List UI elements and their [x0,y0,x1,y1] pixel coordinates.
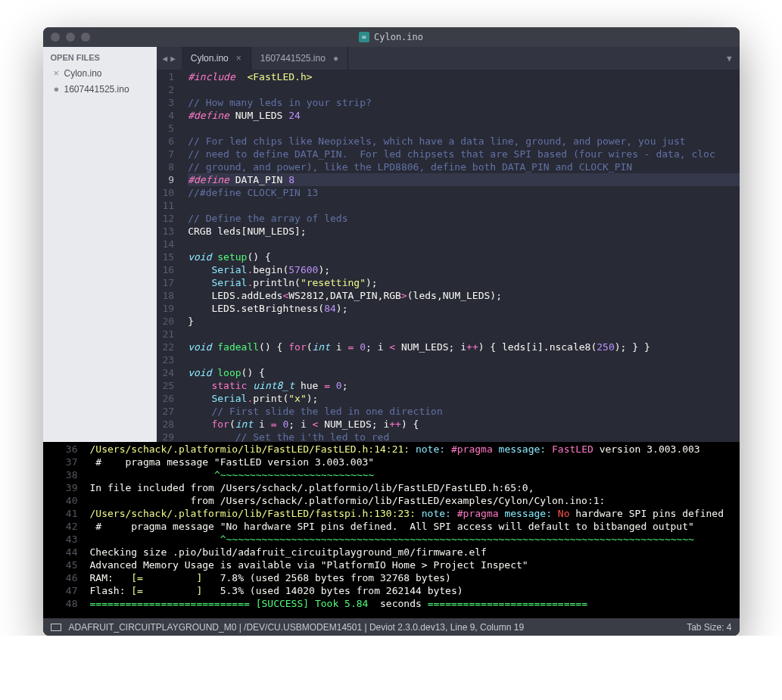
console-line-number: 43 [49,533,78,546]
code-line[interactable] [188,199,739,212]
code-line[interactable]: void fadeall() { for(int i = 0; i < NUM_… [188,341,739,353]
code-line[interactable] [188,238,739,250]
console-line: # pragma message "No hardware SPI pins d… [90,520,740,533]
code-line[interactable]: void loop() { [188,366,739,379]
console-line: /Users/schack/.platformio/lib/FastLED/Fa… [90,443,740,456]
console-line-number: 45 [49,558,78,571]
tab-dirty-icon[interactable]: ● [333,53,338,64]
code-line[interactable]: #define DATA_PIN 8 [188,173,739,186]
line-number: 12 [163,212,175,225]
code-line[interactable]: void setup() { [188,250,739,263]
code-line[interactable]: } [188,315,739,328]
line-number: 2 [163,83,175,96]
line-number: 10 [163,186,175,199]
console-line: =========================== [SUCCESS] To… [90,597,740,610]
console-line-number: 46 [49,571,78,584]
line-number: 5 [163,122,175,135]
console-line: RAM: [= ] 7.8% (used 2568 bytes from 327… [90,571,740,584]
panel-icon[interactable] [51,624,61,631]
sidebar-file[interactable]: ●1607441525.ino [43,81,157,97]
line-number: 14 [163,238,175,250]
code-line[interactable]: // ground, and power), like the LPD8806,… [188,160,739,173]
code-line[interactable]: Serial.begin(57600); [188,263,739,276]
nav-arrows: ◀ ▶ [157,47,182,70]
line-number: 8 [163,160,175,173]
console-line-number: 44 [49,546,78,558]
tab[interactable]: 1607441525.ino● [251,47,348,70]
code-line[interactable]: // need to define DATA_PIN. For led chip… [188,148,739,160]
dirty-dot-icon[interactable]: ● [54,83,61,95]
code-line[interactable]: // How many leds in your strip? [188,96,739,109]
sidebar-file[interactable]: ×Cylon.ino [43,65,157,81]
line-number: 19 [163,302,175,315]
code-line[interactable]: Serial.println("resetting"); [188,276,739,289]
line-number: 20 [163,315,175,328]
line-number: 28 [163,418,175,431]
nav-fwd-icon[interactable]: ▶ [170,54,176,64]
console-line-number: 41 [49,507,78,520]
tab-label: 1607441525.ino [260,53,326,64]
console-line-number: 38 [49,468,78,481]
code-line[interactable]: LEDS.setBrightness(84); [188,302,739,315]
console-line: Flash: [= ] 5.3% (used 14020 bytes from … [90,584,740,597]
code-line[interactable] [188,328,739,341]
line-number: 6 [163,135,175,148]
code-line[interactable]: static uint8_t hue = 0; [188,379,739,392]
close-icon[interactable]: × [54,67,61,79]
tab-label: Cylon.ino [191,53,229,64]
code-line[interactable]: #include <FastLED.h> [188,70,739,83]
file-icon: ∞ [359,32,369,42]
tab-close-icon[interactable]: × [236,53,241,64]
nav-back-icon[interactable]: ◀ [163,54,168,64]
sidebar-file-label: 1607441525.ino [64,84,129,95]
console-line-number: 36 [49,443,78,456]
code-line[interactable]: // First slide the led in one direction [188,405,739,418]
sidebar-file-label: Cylon.ino [64,68,102,79]
code-line[interactable]: // Set the i'th led to red [188,431,739,442]
line-gutter: 1234567891011121314151617181920212223242… [157,70,184,442]
tabs-menu-icon[interactable]: ▼ [719,47,740,70]
line-number: 11 [163,199,175,212]
build-console[interactable]: 36373839404142434445464748 /Users/schack… [43,442,740,618]
editor-window: ∞ Cylon.ino OPEN FILES ×Cylon.ino●160744… [43,27,740,636]
code-line[interactable]: #define NUM_LEDS 24 [188,109,739,122]
code-line[interactable] [188,83,739,96]
line-number: 15 [163,250,175,263]
code-line[interactable] [188,353,739,366]
minimize-icon[interactable] [66,33,75,42]
console-line-number: 39 [49,481,78,494]
code-line[interactable]: for(int i = 0; i < NUM_LEDS; i++) { [188,418,739,431]
code-line[interactable]: //#define CLOCK_PIN 13 [188,186,739,199]
code-line[interactable]: // For led chips like Neopixels, which h… [188,135,739,148]
line-number: 9 [163,173,175,186]
code-line[interactable]: LEDS.addLeds<WS2812,DATA_PIN,RGB>(leds,N… [188,289,739,302]
console-content: /Users/schack/.platformio/lib/FastLED/Fa… [86,442,740,618]
console-line: ^~~~~~~~~~~~~~~~~~~~~~~~~~~ [90,468,740,481]
code-line[interactable]: CRGB leds[NUM_LEDS]; [188,225,739,238]
code-content[interactable]: #include <FastLED.h>// How many leds in … [183,70,739,442]
tab[interactable]: Cylon.ino× [182,47,251,70]
code-editor[interactable]: 1234567891011121314151617181920212223242… [157,70,740,442]
code-line[interactable]: Serial.print("x"); [188,392,739,405]
code-line[interactable] [188,122,739,135]
console-line: In file included from /Users/schack/.pla… [90,481,740,494]
window-title: ∞ Cylon.ino [359,32,423,42]
console-line-number: 37 [49,456,78,468]
close-icon[interactable] [51,33,60,42]
window-title-text: Cylon.ino [374,32,423,42]
zoom-icon[interactable] [81,33,90,42]
console-line: Advanced Memory Usage is available via "… [90,558,740,571]
status-left[interactable]: ADAFRUIT_CIRCUITPLAYGROUND_M0 | /DEV/CU.… [69,622,525,633]
titlebar[interactable]: ∞ Cylon.ino [43,27,740,47]
line-number: 25 [163,379,175,392]
line-number: 21 [163,328,175,341]
code-line[interactable]: // Define the array of leds [188,212,739,225]
line-number: 29 [163,431,175,442]
line-number: 3 [163,96,175,109]
line-number: 17 [163,276,175,289]
status-tabsize[interactable]: Tab Size: 4 [687,622,731,633]
line-number: 22 [163,341,175,353]
line-number: 23 [163,353,175,366]
sidebar: OPEN FILES ×Cylon.ino●1607441525.ino [43,47,157,442]
traffic-lights [51,33,90,42]
